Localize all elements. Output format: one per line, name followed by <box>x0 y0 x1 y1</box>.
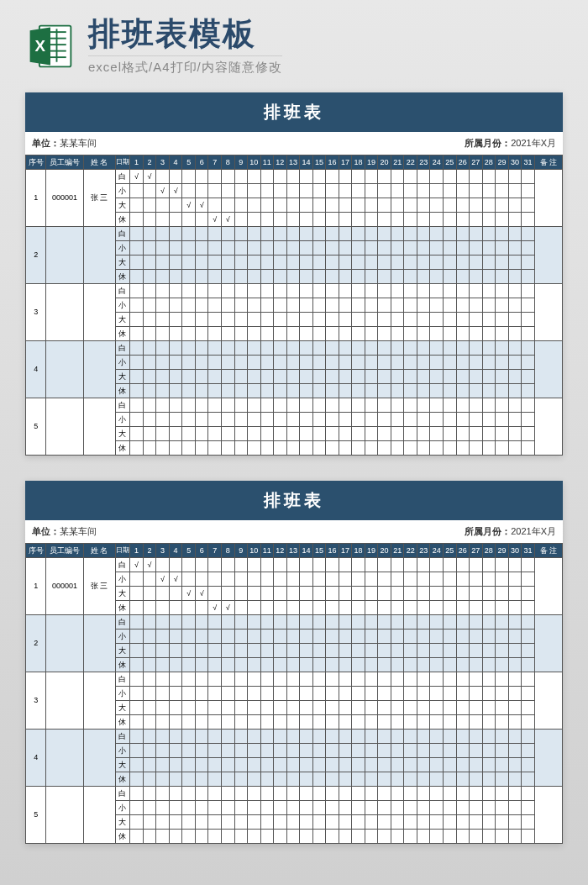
cell-day <box>404 198 417 212</box>
cell-day <box>286 169 300 183</box>
cell-day <box>352 283 365 298</box>
cell-day <box>508 786 522 800</box>
cell-day <box>143 198 156 212</box>
cell-day <box>130 786 144 800</box>
cell-day <box>182 355 196 369</box>
cell-day <box>182 398 196 412</box>
cell-day <box>339 772 352 786</box>
cell-day <box>508 298 522 312</box>
cell-day <box>365 283 378 298</box>
cell-day <box>312 772 326 786</box>
cell-day <box>234 369 248 383</box>
cell-day <box>391 440 404 455</box>
cell-day <box>326 657 339 672</box>
cell-day <box>352 240 365 255</box>
cell-day <box>339 729 352 743</box>
cell-day <box>130 572 144 586</box>
cell-shift: 休 <box>115 326 130 340</box>
cell-shift: 白 <box>115 398 130 412</box>
cell-day <box>496 369 509 383</box>
cell-day <box>182 298 196 312</box>
cell-day <box>326 586 339 600</box>
cell-day <box>156 312 170 326</box>
cell-day <box>143 312 156 326</box>
cell-day <box>169 212 182 226</box>
cell-day <box>352 657 365 672</box>
cell-day <box>482 269 496 283</box>
col-day: 25 <box>444 543 457 557</box>
cell-day <box>300 183 313 198</box>
cell-day <box>286 440 300 455</box>
cell-day <box>300 614 313 629</box>
col-day: 22 <box>404 155 417 169</box>
cell-day <box>169 369 182 383</box>
cell-day <box>444 786 457 800</box>
cell-day <box>326 714 339 729</box>
cell-day <box>234 340 248 355</box>
cell-day <box>391 686 404 700</box>
cell-day <box>248 686 261 700</box>
cell-day <box>248 586 261 600</box>
col-day: 22 <box>404 543 417 557</box>
cell-day <box>508 355 522 369</box>
cell-day <box>274 686 287 700</box>
cell-day: √ <box>195 586 208 600</box>
cell-day <box>378 369 391 383</box>
cell-day <box>482 298 496 312</box>
cell-day <box>300 355 313 369</box>
cell-day <box>312 369 326 383</box>
cell-day <box>182 657 196 672</box>
cell-day <box>143 412 156 426</box>
cell-day <box>286 700 300 714</box>
cell-day <box>365 700 378 714</box>
cell-day <box>522 383 535 398</box>
cell-day <box>312 829 326 843</box>
cell-day <box>378 700 391 714</box>
cell-day <box>248 672 261 686</box>
cell-day <box>274 572 287 586</box>
cell-day <box>430 369 444 383</box>
cell-day <box>326 440 339 455</box>
cell-day <box>248 757 261 772</box>
cell-day <box>312 183 326 198</box>
cell-day <box>143 398 156 412</box>
cell-day <box>130 426 144 440</box>
cell-day <box>169 383 182 398</box>
cell-day <box>417 800 430 814</box>
cell-day <box>300 269 313 283</box>
cell-day <box>339 355 352 369</box>
cell-day <box>339 800 352 814</box>
cell-day <box>444 714 457 729</box>
cell-day <box>456 757 470 772</box>
cell-day <box>496 686 509 700</box>
cell-day <box>221 355 234 369</box>
cell-day <box>208 800 222 814</box>
cell-day <box>378 283 391 298</box>
cell-day <box>234 586 248 600</box>
cell-day <box>130 772 144 786</box>
cell-day <box>234 572 248 586</box>
cell-day <box>444 743 457 757</box>
cell-day <box>221 757 234 772</box>
cell-day <box>130 212 144 226</box>
cell-day <box>260 383 274 398</box>
cell-day <box>391 700 404 714</box>
cell-day <box>182 269 196 283</box>
cell-day <box>444 183 457 198</box>
cell-day <box>248 283 261 298</box>
cell-day <box>391 383 404 398</box>
cell-day <box>234 383 248 398</box>
cell-day <box>182 672 196 686</box>
cell-day <box>300 672 313 686</box>
cell-day <box>260 786 274 800</box>
cell-day <box>378 672 391 686</box>
cell-shift: 休 <box>115 440 130 455</box>
col-day: 18 <box>352 543 365 557</box>
cell-day <box>444 255 457 269</box>
cell-day <box>169 629 182 643</box>
cell-day <box>248 572 261 586</box>
cell-day <box>378 657 391 672</box>
cell-day <box>470 183 483 198</box>
cell-day <box>195 714 208 729</box>
cell-day <box>496 169 509 183</box>
